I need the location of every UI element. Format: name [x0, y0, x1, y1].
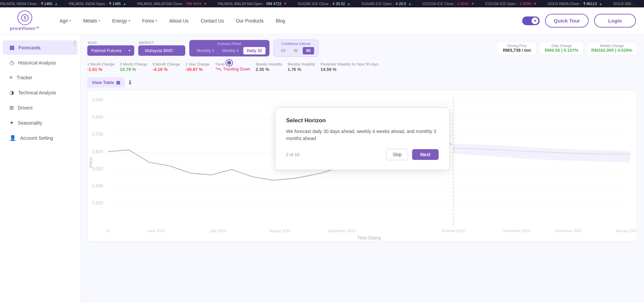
- closing-price-value: RM3,739 / ton: [503, 48, 531, 53]
- logo-text: priceVision™: [10, 26, 40, 31]
- metric-6month-label: 6 Month Change: [153, 62, 180, 66]
- metric-monthly-vol: Monthly Volatility 1.76 %: [288, 62, 315, 72]
- chevron-down-icon: ▾: [155, 19, 157, 23]
- download-icon: ⬇: [128, 79, 133, 86]
- forecast-daily-btn[interactable]: Daily 22: [243, 47, 265, 54]
- nav-blog[interactable]: Blog: [271, 15, 290, 26]
- metric-1year: 1 Year Change -39.97 %: [185, 62, 210, 72]
- chevron-down-icon: ▾: [98, 19, 100, 23]
- tour-modal-text: We forecast daily 30 days ahead, weekly …: [286, 128, 439, 142]
- commodity-select[interactable]: Palmoil Futures ▾: [87, 45, 134, 56]
- sidebar-item-historical[interactable]: ◷ Historical Analysis: [3, 55, 78, 70]
- login-button[interactable]: Login: [594, 14, 636, 28]
- sidebar-item-label: Tracker: [16, 75, 32, 80]
- forecast-monthly-btn[interactable]: Monthly 3: [193, 47, 217, 54]
- metric-monthly-vol-label: Monthly Volatility: [288, 62, 315, 66]
- agri-label: Agri: [87, 41, 134, 45]
- metric-1month-label: 1 Month Change: [87, 62, 114, 66]
- header-right: ☀ Quick Tour Login: [522, 14, 636, 28]
- main-content: Agri Palmoil Futures ▾ Market Malaysia B…: [81, 34, 644, 303]
- metric-6month-value: -4.18 %: [153, 67, 180, 72]
- weekly-change-label: Weekly Change: [600, 44, 624, 48]
- sidebar-item-forecasts[interactable]: ▦ Forecasts: [3, 40, 78, 55]
- download-button[interactable]: ⬇: [128, 79, 133, 86]
- skip-button[interactable]: Skip: [386, 149, 408, 160]
- view-table-button[interactable]: View Table ▦: [87, 77, 125, 88]
- weekly-change-value: RM162.000 | 4.529%: [591, 48, 632, 53]
- tracker-icon: ≡: [9, 75, 12, 81]
- nav-forex[interactable]: Forex ▾: [138, 15, 162, 26]
- sidebar-item-technical[interactable]: ◑ Technical Analysis: [3, 85, 78, 100]
- sidebar-item-label: Seasonality: [18, 120, 42, 126]
- sidebar-item-label: Technical Analysis: [18, 90, 56, 95]
- forecasts-icon: ▦: [9, 44, 14, 51]
- nav-contact[interactable]: Contact Us: [196, 15, 229, 26]
- sidebar: 《 ▦ Forecasts ◷ Historical Analysis ≡ Tr…: [0, 34, 81, 303]
- tour-modal-overlay: Select Horizon We forecast daily 30 days…: [88, 91, 637, 241]
- header: $ priceVision™ Agri ▾ Metals ▾ Energy ▾ …: [0, 7, 644, 34]
- quick-tour-button[interactable]: Quick Tour: [545, 14, 589, 28]
- chevron-down-icon: ▾: [69, 19, 71, 23]
- metric-1year-value: -39.97 %: [185, 67, 210, 72]
- metric-predicted-vol: Predicted Volatility for Next 30 days 14…: [320, 62, 379, 72]
- confidence-box: Confidence Interval 60 80 90: [274, 40, 318, 57]
- sidebar-item-account[interactable]: 👤 Account Setting: [3, 131, 78, 145]
- market-label: Market: [138, 41, 185, 45]
- forecast-weekly-btn[interactable]: Weekly 4: [219, 47, 242, 54]
- ticker-content: PALMOIL INDIA Close :₹ 1485▲ PALMOIL IND…: [0, 2, 644, 6]
- confidence-label: Confidence Interval: [278, 42, 314, 46]
- forecast-period-box: Forecast Period Monthly 3 Weekly 4 Daily…: [189, 40, 269, 56]
- metric-3month: 3 Month Change 10.79 %: [120, 62, 147, 72]
- nav-agri[interactable]: Agri ▾: [55, 15, 76, 26]
- sidebar-item-seasonality[interactable]: ✦ Seasonality: [3, 116, 78, 130]
- metric-predicted-vol-label: Predicted Volatility for Next 30 days: [320, 62, 379, 66]
- seasonality-icon: ✦: [9, 120, 14, 126]
- technical-icon: ◑: [9, 89, 14, 96]
- nav-energy[interactable]: Energy ▾: [107, 15, 135, 26]
- metrics-row: 1 Month Change -1.61 % 3 Month Change 10…: [87, 62, 637, 72]
- nav-metals[interactable]: Metals ▾: [79, 15, 105, 26]
- confidence-60-btn[interactable]: 60: [278, 47, 289, 54]
- metric-weekly-vol-label: Weekly Volatility: [256, 62, 282, 66]
- metric-predicted-vol-value: 14.59 %: [320, 67, 379, 72]
- next-button[interactable]: Next: [412, 149, 438, 160]
- sidebar-item-tracker[interactable]: ≡ Tracker: [3, 71, 78, 85]
- nav-products[interactable]: Our Products: [231, 15, 268, 26]
- tour-counter: 2 of 10: [286, 152, 300, 157]
- toggle-knob: ☀: [532, 17, 538, 24]
- theme-toggle[interactable]: ☀: [522, 16, 540, 25]
- metric-3month-value: 10.79 %: [120, 67, 147, 72]
- metric-1month: 1 Month Change -1.61 %: [87, 62, 114, 72]
- closing-price-label: Closing Price: [507, 44, 527, 48]
- forecast-buttons: Monthly 3 Weekly 4 Daily 22: [193, 47, 265, 54]
- ticker-bar: PALMOIL INDIA Close :₹ 1485▲ PALMOIL IND…: [0, 0, 644, 7]
- commodity-value: Palmoil Futures: [91, 48, 121, 53]
- trend-badge: Trending Down: [215, 67, 250, 72]
- metric-monthly-vol-value: 1.76 %: [288, 67, 315, 72]
- drivers-icon: ⊞: [9, 104, 14, 111]
- chart-area: 3,900 3,800 3,700 3,600 3,500 3,400 3,30…: [87, 90, 637, 242]
- sidebar-item-label: Account Setting: [20, 135, 53, 141]
- confidence-buttons: 60 80 90: [278, 47, 314, 54]
- sidebar-collapse-icon[interactable]: 《: [70, 40, 76, 48]
- chevron-down-icon: ▾: [129, 49, 130, 52]
- tour-modal-footer: 2 of 10 Skip Next: [286, 149, 439, 160]
- metric-6month: 6 Month Change -4.18 %: [153, 62, 180, 72]
- market-select[interactable]: Malaysia BMD: [138, 45, 185, 56]
- svg-text:$: $: [24, 15, 26, 20]
- confidence-80-btn[interactable]: 80: [290, 47, 301, 54]
- chevron-down-icon: ▾: [129, 19, 130, 23]
- confidence-90-btn[interactable]: 90: [303, 47, 314, 54]
- controls-row: Agri Palmoil Futures ▾ Market Malaysia B…: [87, 40, 637, 57]
- weekly-change-card: Weekly Change RM162.000 | 4.529%: [586, 42, 637, 55]
- metric-3month-label: 3 Month Change: [120, 62, 147, 66]
- main-nav: Agri ▾ Metals ▾ Energy ▾ Forex ▾ About U…: [55, 15, 522, 26]
- view-table-label: View Table: [92, 80, 114, 85]
- nav-about[interactable]: About Us: [164, 15, 193, 26]
- metric-trend-label: Trend: [215, 62, 250, 66]
- logo: $ priceVision™: [8, 10, 42, 31]
- metric-1month-value: -1.61 %: [87, 67, 114, 72]
- account-icon: 👤: [9, 135, 16, 141]
- sidebar-item-drivers[interactable]: ⊞ Drivers: [3, 100, 78, 115]
- daily-change-value: RM4.00 | 0.107%: [545, 48, 578, 53]
